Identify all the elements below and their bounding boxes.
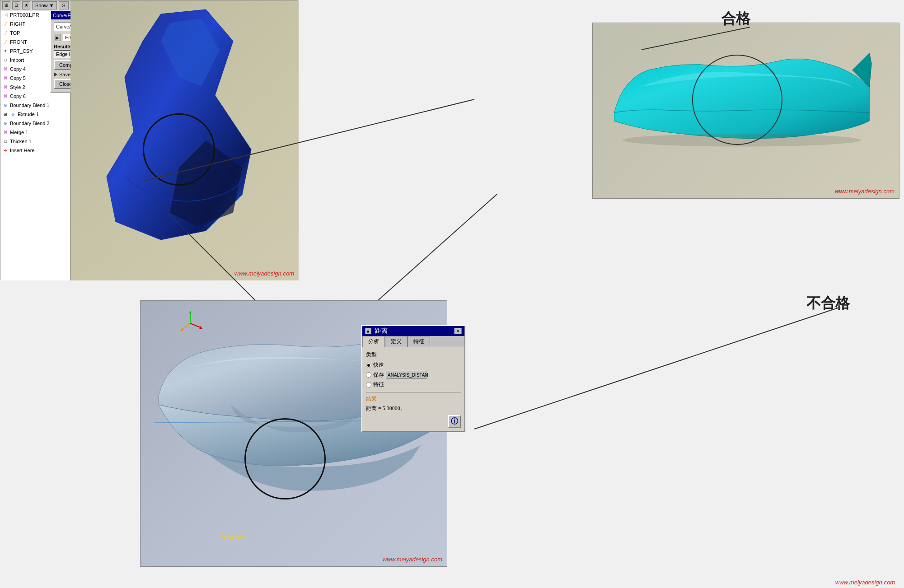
radio-save-row: 保存 ANALYSIS_DISTAN bbox=[366, 371, 461, 379]
tab-define-label: 定义 bbox=[391, 338, 402, 345]
style2-label: Style 2 bbox=[10, 84, 25, 90]
save-input[interactable]: ANALYSIS_DISTAN bbox=[386, 371, 426, 379]
type-label: 类型 bbox=[366, 351, 461, 359]
radio-fast[interactable] bbox=[366, 363, 371, 368]
radio-feature[interactable] bbox=[366, 382, 371, 387]
copy4-icon: ⌘ bbox=[2, 66, 9, 72]
toolbar-icon-2[interactable]: 🗋 bbox=[12, 1, 20, 9]
thicken1-label: Thicken 1 bbox=[10, 139, 32, 144]
distance-dialog: ■ 距离 ✕ 分析 定义 特征 类型 快速 保存 ANALYSIS_DISTAN bbox=[361, 325, 465, 432]
extrude1-icon: ⊛ bbox=[10, 111, 16, 117]
insert-icon: ➜ bbox=[2, 147, 9, 154]
distance-results: 结果 距离 = 5.30000。 ⓘ bbox=[366, 392, 461, 428]
radio-fast-label: 快速 bbox=[373, 361, 384, 369]
info-icon: ⓘ bbox=[451, 417, 458, 426]
tree-item-boundary1[interactable]: ⊛ Boundary Blend 1 bbox=[0, 101, 70, 110]
merge1-label: Merge 1 bbox=[10, 130, 28, 135]
s-button[interactable]: S bbox=[59, 1, 68, 9]
distance-value: 距离 = 5.30000。 bbox=[366, 405, 461, 412]
watermark-bottom-viewport: www.meiyadesign.com bbox=[383, 556, 442, 563]
distance-dialog-titlebar: ■ 距离 ✕ bbox=[362, 326, 464, 336]
saved-analyses-arrow bbox=[54, 72, 57, 77]
s-label: S bbox=[62, 3, 65, 8]
dist-icon: ■ bbox=[365, 328, 371, 334]
root-icon: 📄 bbox=[2, 12, 9, 18]
boundary2-icon: ⊛ bbox=[2, 120, 9, 126]
tab-analysis[interactable]: 分析 bbox=[362, 336, 385, 347]
tab-analysis-label: 分析 bbox=[368, 338, 379, 345]
svg-point-0 bbox=[623, 134, 861, 146]
toolbar-icon-1[interactable]: ⊞ bbox=[2, 1, 10, 9]
close-dialog-button[interactable]: ✕ bbox=[454, 328, 462, 334]
right-plane-icon: ╱ bbox=[2, 21, 9, 27]
top-plane-icon: ╱ bbox=[2, 30, 9, 36]
boundary1-icon: ⊛ bbox=[2, 102, 9, 108]
tab-feature-label: 特征 bbox=[413, 338, 424, 345]
copy6-icon: ⌘ bbox=[2, 93, 9, 99]
csys-icon: ✦ bbox=[2, 48, 9, 54]
copy4-label: Copy 4 bbox=[10, 66, 26, 72]
cad-panel: ⊞ 🗋 ★ Show ▼ S 📄 PRT0001.PR ╱ RIGHT ╱ TO… bbox=[0, 0, 298, 280]
results-title: 结果 bbox=[366, 395, 461, 403]
tree-item-extrude1[interactable]: ⊞ ⊛ Extrude 1 bbox=[0, 110, 70, 119]
show-button[interactable]: Show ▼ bbox=[32, 1, 57, 9]
radio-save-label: 保存 bbox=[373, 371, 384, 379]
tree-item-merge1[interactable]: ⌘ Merge 1 bbox=[0, 128, 70, 137]
tree-item-copy6[interactable]: ⌘ Copy 6 bbox=[0, 92, 70, 101]
style2-icon: ⌘ bbox=[2, 84, 9, 90]
tab-define[interactable]: 定义 bbox=[385, 336, 408, 347]
svg-marker-8 bbox=[189, 311, 192, 313]
viewport-right: www.meiyadesign.com bbox=[592, 23, 899, 199]
distance-dialog-body: 类型 快速 保存 ANALYSIS_DISTAN 特征 结果 距离 = 5.30… bbox=[362, 347, 464, 431]
blue-3d-shape bbox=[80, 5, 287, 267]
distance-info-button[interactable]: ⓘ bbox=[448, 415, 461, 428]
tree-item-boundary2[interactable]: ⊛ Boundary Blend 2 bbox=[0, 119, 70, 128]
svg-line-4 bbox=[370, 194, 497, 307]
insert-label: Insert Here bbox=[10, 148, 34, 153]
front-plane-icon: ╱ bbox=[2, 39, 9, 45]
prtcsy-label: PRT_CSY bbox=[10, 48, 33, 54]
copy5-label: Copy 5 bbox=[10, 75, 26, 81]
tab-feature[interactable]: 特征 bbox=[408, 336, 430, 347]
radio-feature-label: 特征 bbox=[373, 381, 384, 388]
radio-save[interactable] bbox=[366, 372, 371, 378]
radio-feature-row: 特征 bbox=[366, 381, 461, 388]
expand-icon: ⊞ bbox=[2, 112, 9, 117]
svg-line-6 bbox=[474, 307, 840, 429]
radio-fast-row: 快速 bbox=[366, 361, 461, 369]
tree-root-label: PRT0001.PR bbox=[10, 12, 39, 18]
merge1-icon: ⌘ bbox=[2, 129, 9, 135]
extrude1-label: Extrude 1 bbox=[18, 112, 39, 117]
boundary1-label: Boundary Blend 1 bbox=[10, 103, 49, 108]
footer-watermark: www.meiyadesign.com bbox=[835, 579, 895, 586]
watermark-top-viewport: www.meiyadesign.com bbox=[234, 270, 294, 277]
import-icon: □ bbox=[2, 57, 9, 63]
thicken1-icon: □ bbox=[2, 138, 9, 145]
copy6-label: Copy 6 bbox=[10, 93, 26, 99]
tree-item-thicken1[interactable]: □ Thicken 1 bbox=[0, 137, 70, 146]
import-label: Import bbox=[10, 57, 24, 63]
copy5-icon: ⌘ bbox=[2, 75, 9, 81]
pass-label: 合格 bbox=[721, 9, 750, 29]
distance-tabs: 分析 定义 特征 bbox=[362, 336, 464, 347]
save-input-value: ANALYSIS_DISTAN bbox=[388, 373, 428, 378]
coord-text: 5:30 D15 bbox=[222, 535, 246, 541]
watermark-right-viewport: www.meiyadesign.com bbox=[835, 188, 895, 195]
fail-label: 不合格 bbox=[806, 294, 850, 313]
boundary2-label: Boundary Blend 2 bbox=[10, 121, 49, 126]
viewport-top: www.meiyadesign.com bbox=[70, 0, 299, 280]
tree-item-insert[interactable]: ➜ Insert Here bbox=[0, 146, 70, 155]
toolbar-icon-star[interactable]: ★ bbox=[22, 1, 30, 9]
right-label: RIGHT bbox=[10, 21, 25, 27]
show-label: Show ▼ bbox=[35, 3, 54, 8]
distance-title: 距离 bbox=[375, 327, 388, 335]
teal-3d-shape bbox=[597, 28, 886, 172]
top-label: TOP bbox=[10, 30, 20, 36]
front-label: FRONT bbox=[10, 39, 27, 45]
selector-arrow[interactable]: ▶ bbox=[54, 34, 61, 41]
